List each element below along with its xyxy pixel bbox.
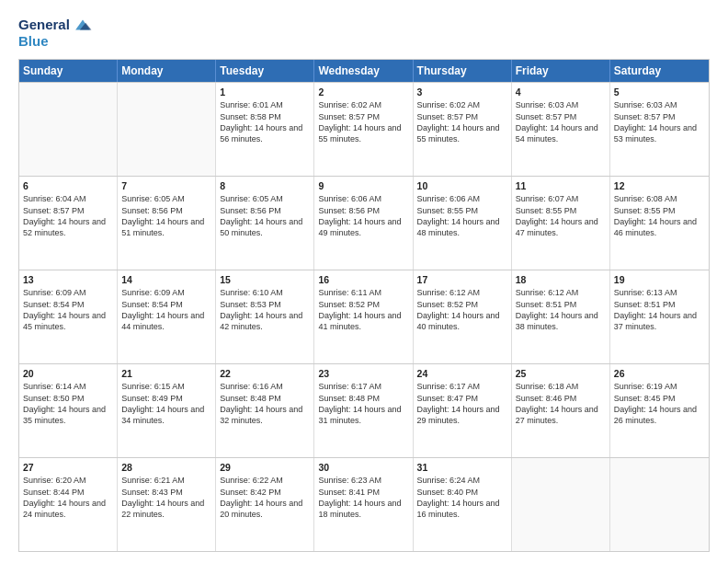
day-number: 3 [417,86,507,98]
cell-details: Sunrise: 6:02 AMSunset: 8:57 PMDaylight:… [318,99,408,145]
calendar-week-4: 20Sunrise: 6:14 AMSunset: 8:50 PMDayligh… [19,363,709,457]
day-number: 17 [417,273,507,286]
calendar-cell: 28Sunrise: 6:21 AMSunset: 8:43 PMDayligh… [118,458,216,551]
header-day-wednesday: Wednesday [314,60,413,82]
cell-details: Sunrise: 6:02 AMSunset: 8:57 PMDaylight:… [417,99,507,145]
header-day-thursday: Thursday [414,60,512,82]
logo-icon [73,15,93,35]
cell-details: Sunrise: 6:06 AMSunset: 8:55 PMDaylight:… [417,193,507,239]
calendar-cell: 14Sunrise: 6:09 AMSunset: 8:54 PMDayligh… [118,270,216,363]
calendar-cell: 5Sunrise: 6:03 AMSunset: 8:57 PMDaylight… [610,83,709,176]
calendar-week-2: 6Sunrise: 6:04 AMSunset: 8:57 PMDaylight… [19,176,709,270]
day-number: 25 [516,367,606,380]
calendar-cell: 30Sunrise: 6:23 AMSunset: 8:41 PMDayligh… [314,458,413,551]
cell-details: Sunrise: 6:23 AMSunset: 8:41 PMDaylight:… [318,475,408,521]
calendar-cell [610,458,709,551]
day-number: 6 [23,179,113,192]
cell-details: Sunrise: 6:16 AMSunset: 8:48 PMDaylight:… [220,381,310,427]
calendar-body: 1Sunrise: 6:01 AMSunset: 8:58 PMDaylight… [19,82,709,551]
cell-details: Sunrise: 6:12 AMSunset: 8:51 PMDaylight:… [516,287,606,333]
cell-details: Sunrise: 6:09 AMSunset: 8:54 PMDaylight:… [23,287,113,333]
header-day-sunday: Sunday [19,60,118,82]
day-number: 26 [614,367,705,380]
day-number: 24 [417,367,507,380]
cell-details: Sunrise: 6:07 AMSunset: 8:55 PMDaylight:… [516,193,606,239]
calendar-cell: 25Sunrise: 6:18 AMSunset: 8:46 PMDayligh… [512,364,610,457]
calendar-cell [512,458,610,551]
cell-details: Sunrise: 6:10 AMSunset: 8:53 PMDaylight:… [220,287,310,333]
calendar-cell: 6Sunrise: 6:04 AMSunset: 8:57 PMDaylight… [19,177,118,270]
calendar-cell: 12Sunrise: 6:08 AMSunset: 8:55 PMDayligh… [610,177,709,270]
calendar-week-5: 27Sunrise: 6:20 AMSunset: 8:44 PMDayligh… [19,457,709,551]
day-number: 7 [121,179,211,192]
day-number: 13 [23,273,113,286]
day-number: 22 [220,367,310,380]
calendar-cell: 18Sunrise: 6:12 AMSunset: 8:51 PMDayligh… [512,270,610,363]
cell-details: Sunrise: 6:18 AMSunset: 8:46 PMDaylight:… [516,381,606,427]
cell-details: Sunrise: 6:14 AMSunset: 8:50 PMDaylight:… [23,381,113,427]
logo-text-blue: Blue [18,33,93,50]
day-number: 21 [121,367,211,380]
calendar-cell: 27Sunrise: 6:20 AMSunset: 8:44 PMDayligh… [19,458,118,551]
calendar-cell: 31Sunrise: 6:24 AMSunset: 8:40 PMDayligh… [414,458,512,551]
cell-details: Sunrise: 6:21 AMSunset: 8:43 PMDaylight:… [121,475,211,521]
cell-details: Sunrise: 6:17 AMSunset: 8:48 PMDaylight:… [318,381,408,427]
header-day-friday: Friday [512,60,610,82]
calendar-cell: 13Sunrise: 6:09 AMSunset: 8:54 PMDayligh… [19,270,118,363]
day-number: 19 [614,273,705,286]
cell-details: Sunrise: 6:03 AMSunset: 8:57 PMDaylight:… [614,99,705,145]
cell-details: Sunrise: 6:05 AMSunset: 8:56 PMDaylight:… [121,193,211,239]
day-number: 23 [318,367,408,380]
calendar-cell: 16Sunrise: 6:11 AMSunset: 8:52 PMDayligh… [314,270,413,363]
logo: General Blue [18,15,93,50]
page-header: General Blue [18,15,710,50]
day-number: 30 [318,461,408,474]
day-number: 14 [121,273,211,286]
calendar-cell: 24Sunrise: 6:17 AMSunset: 8:47 PMDayligh… [414,364,512,457]
day-number: 20 [23,367,113,380]
cell-details: Sunrise: 6:04 AMSunset: 8:57 PMDaylight:… [23,193,113,239]
header-day-monday: Monday [118,60,216,82]
day-number: 12 [614,179,705,192]
day-number: 15 [220,273,310,286]
day-number: 27 [23,461,113,474]
day-number: 31 [417,461,507,474]
day-number: 11 [516,179,606,192]
cell-details: Sunrise: 6:13 AMSunset: 8:51 PMDaylight:… [614,287,705,333]
cell-details: Sunrise: 6:24 AMSunset: 8:40 PMDaylight:… [417,475,507,521]
cell-details: Sunrise: 6:19 AMSunset: 8:45 PMDaylight:… [614,381,705,427]
calendar-cell: 19Sunrise: 6:13 AMSunset: 8:51 PMDayligh… [610,270,709,363]
cell-details: Sunrise: 6:09 AMSunset: 8:54 PMDaylight:… [121,287,211,333]
day-number: 1 [220,86,310,98]
day-number: 10 [417,179,507,192]
day-number: 28 [121,461,211,474]
cell-details: Sunrise: 6:17 AMSunset: 8:47 PMDaylight:… [417,381,507,427]
day-number: 29 [220,461,310,474]
calendar-header: SundayMondayTuesdayWednesdayThursdayFrid… [19,60,709,82]
day-number: 18 [516,273,606,286]
day-number: 9 [318,179,408,192]
calendar-cell: 10Sunrise: 6:06 AMSunset: 8:55 PMDayligh… [414,177,512,270]
day-number: 16 [318,273,408,286]
calendar-cell [19,83,118,176]
day-number: 8 [220,179,310,192]
cell-details: Sunrise: 6:12 AMSunset: 8:52 PMDaylight:… [417,287,507,333]
cell-details: Sunrise: 6:01 AMSunset: 8:58 PMDaylight:… [220,99,310,145]
calendar-cell: 3Sunrise: 6:02 AMSunset: 8:57 PMDaylight… [414,83,512,176]
logo-text-general: General [18,17,70,33]
calendar-cell: 22Sunrise: 6:16 AMSunset: 8:48 PMDayligh… [216,364,314,457]
cell-details: Sunrise: 6:20 AMSunset: 8:44 PMDaylight:… [23,475,113,521]
header-day-saturday: Saturday [610,60,709,82]
cell-details: Sunrise: 6:11 AMSunset: 8:52 PMDaylight:… [318,287,408,333]
calendar-cell: 2Sunrise: 6:02 AMSunset: 8:57 PMDaylight… [314,83,413,176]
calendar-cell: 1Sunrise: 6:01 AMSunset: 8:58 PMDaylight… [216,83,314,176]
calendar-week-3: 13Sunrise: 6:09 AMSunset: 8:54 PMDayligh… [19,270,709,363]
calendar: SundayMondayTuesdayWednesdayThursdayFrid… [18,59,710,552]
calendar-cell: 15Sunrise: 6:10 AMSunset: 8:53 PMDayligh… [216,270,314,363]
calendar-cell: 11Sunrise: 6:07 AMSunset: 8:55 PMDayligh… [512,177,610,270]
calendar-cell: 8Sunrise: 6:05 AMSunset: 8:56 PMDaylight… [216,177,314,270]
calendar-cell: 29Sunrise: 6:22 AMSunset: 8:42 PMDayligh… [216,458,314,551]
calendar-cell: 21Sunrise: 6:15 AMSunset: 8:49 PMDayligh… [118,364,216,457]
calendar-cell: 7Sunrise: 6:05 AMSunset: 8:56 PMDaylight… [118,177,216,270]
calendar-cell: 26Sunrise: 6:19 AMSunset: 8:45 PMDayligh… [610,364,709,457]
